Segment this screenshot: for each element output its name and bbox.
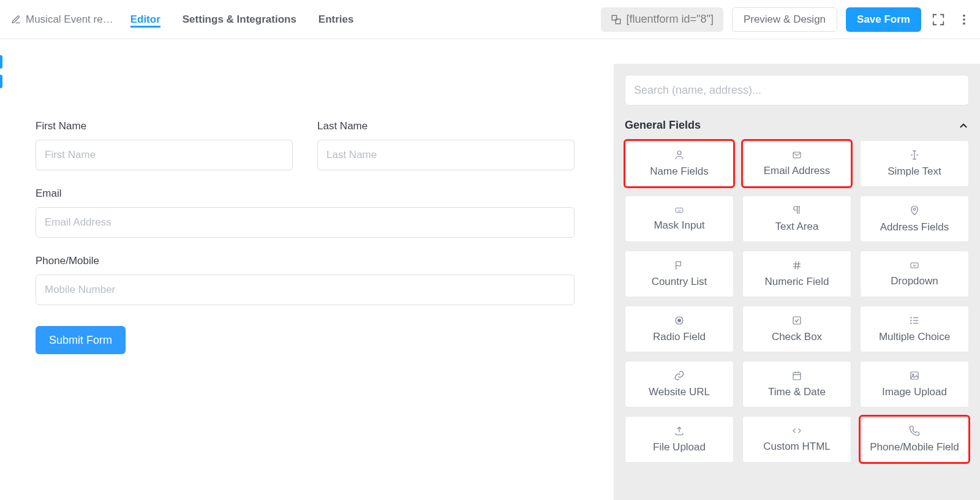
phone-icon: [909, 425, 920, 436]
tile-label: Numeric Field: [765, 276, 829, 288]
phone-label: Phone/Mobile: [36, 255, 575, 267]
tile-label: Dropdown: [891, 275, 938, 287]
save-form-button[interactable]: Save Form: [846, 7, 921, 32]
image-icon: [909, 370, 920, 381]
phone-field[interactable]: Phone/Mobile: [36, 255, 575, 305]
tile-label: Custom HTML: [763, 441, 831, 453]
svg-point-3: [963, 18, 965, 21]
svg-point-4: [963, 22, 965, 25]
tile-phone-mobile-field[interactable]: Phone/Mobile Field: [860, 416, 969, 463]
upload-icon: [674, 425, 685, 436]
group-general-fields[interactable]: General Fields: [625, 119, 969, 132]
tile-image-upload[interactable]: Image Upload: [860, 361, 969, 407]
tile-dropdown[interactable]: Dropdown: [860, 251, 969, 297]
mail-icon: [791, 150, 803, 160]
tile-label: Mask Input: [654, 219, 704, 232]
svg-line-12: [798, 261, 799, 270]
tile-check-box[interactable]: Check Box: [742, 306, 851, 352]
phone-input[interactable]: [36, 275, 575, 305]
tab-editor[interactable]: Editor: [130, 12, 160, 28]
svg-line-11: [795, 261, 796, 270]
svg-rect-6: [793, 152, 801, 157]
tile-label: File Upload: [653, 441, 706, 453]
email-input[interactable]: [36, 207, 575, 238]
tile-address-fields[interactable]: Address Fields: [860, 195, 969, 242]
tile-time-date[interactable]: Time & Date: [742, 361, 851, 407]
tile-multiple-choice[interactable]: Multiple Choice: [860, 306, 969, 352]
submit-button[interactable]: Submit Form: [36, 326, 126, 354]
tile-website-url[interactable]: Website URL: [625, 361, 734, 407]
field-sidebar: General Fields Name Fields Email Address…: [614, 64, 980, 500]
first-name-label: First Name: [36, 120, 293, 132]
tile-simple-text[interactable]: Simple Text: [860, 140, 969, 187]
left-handle[interactable]: [0, 39, 2, 500]
more-vertical-icon: [957, 13, 971, 26]
tile-label: Website URL: [649, 386, 710, 398]
tile-email-address[interactable]: Email Address: [742, 140, 851, 187]
hash-icon: [791, 260, 802, 271]
last-name-input[interactable]: [317, 140, 575, 170]
svg-rect-13: [911, 263, 918, 268]
svg-rect-18: [911, 372, 918, 379]
tile-label: Text Area: [775, 221, 819, 233]
email-row: Email: [36, 188, 575, 238]
last-name-label: Last Name: [317, 120, 575, 132]
email-label: Email: [36, 188, 575, 200]
tile-mask-input[interactable]: Mask Input: [625, 195, 734, 242]
tile-label: Time & Date: [768, 386, 826, 398]
fullscreen-button[interactable]: [930, 11, 947, 28]
tile-label: Address Fields: [880, 221, 949, 233]
link-icon: [674, 370, 685, 381]
svg-point-2: [963, 14, 965, 17]
email-field[interactable]: Email: [36, 188, 575, 238]
keyboard-icon: [673, 206, 686, 214]
tile-label: Email Address: [764, 165, 831, 177]
form-title-text: Musical Event re…: [26, 13, 113, 26]
person-icon: [673, 150, 685, 161]
tile-label: Image Upload: [882, 386, 947, 398]
pencil-icon: [11, 15, 21, 25]
tile-radio-field[interactable]: Radio Field: [625, 306, 734, 352]
chevron-up-icon: [958, 120, 969, 131]
more-menu-button[interactable]: [956, 11, 973, 28]
name-row: First Name Last Name: [36, 120, 575, 170]
group-title: General Fields: [625, 119, 701, 132]
tile-name-fields[interactable]: Name Fields: [625, 140, 734, 187]
preview-design-button[interactable]: Preview & Design: [732, 7, 837, 32]
shortcode-icon: [611, 14, 622, 25]
tile-numeric-field[interactable]: Numeric Field: [742, 251, 851, 297]
code-icon: [791, 426, 803, 436]
topbar-left: Musical Event re… Editor Settings & Inte…: [11, 12, 601, 28]
tab-entries[interactable]: Entries: [318, 12, 354, 28]
tile-country-list[interactable]: Country List: [625, 251, 734, 297]
first-name-field[interactable]: First Name: [36, 120, 293, 170]
tiles-grid: Name Fields Email Address Simple Text Ma…: [625, 140, 969, 463]
fullscreen-icon: [932, 13, 945, 26]
text-cursor-icon: [908, 150, 921, 161]
first-name-input[interactable]: [36, 140, 293, 170]
tab-settings[interactable]: Settings & Integrations: [183, 12, 296, 28]
search-input[interactable]: [625, 75, 969, 105]
tile-label: Name Fields: [650, 165, 708, 178]
main: First Name Last Name Email Phone/Mobile …: [0, 39, 980, 500]
svg-point-15: [678, 319, 681, 322]
tile-label: Phone/Mobile Field: [870, 441, 959, 453]
tile-text-area[interactable]: Text Area: [742, 195, 851, 242]
topbar: Musical Event re… Editor Settings & Inte…: [0, 0, 980, 39]
svg-rect-7: [676, 208, 683, 213]
form-title[interactable]: Musical Event re…: [11, 13, 122, 26]
tabs: Editor Settings & Integrations Entries: [130, 12, 354, 28]
tile-label: Country List: [652, 276, 707, 288]
shortcode-text: [fluentform id="8"]: [627, 13, 714, 26]
checkbox-icon: [791, 315, 802, 326]
phone-row: Phone/Mobile: [36, 255, 575, 305]
topbar-right: [fluentform id="8"] Preview & Design Sav…: [601, 7, 980, 32]
svg-rect-16: [793, 317, 801, 324]
tile-label: Simple Text: [888, 165, 941, 178]
tile-file-upload[interactable]: File Upload: [625, 416, 734, 463]
last-name-field[interactable]: Last Name: [317, 120, 575, 170]
shortcode-chip[interactable]: [fluentform id="8"]: [601, 7, 723, 32]
paragraph-icon: [791, 205, 802, 216]
calendar-icon: [791, 370, 802, 381]
tile-custom-html[interactable]: Custom HTML: [742, 416, 851, 463]
